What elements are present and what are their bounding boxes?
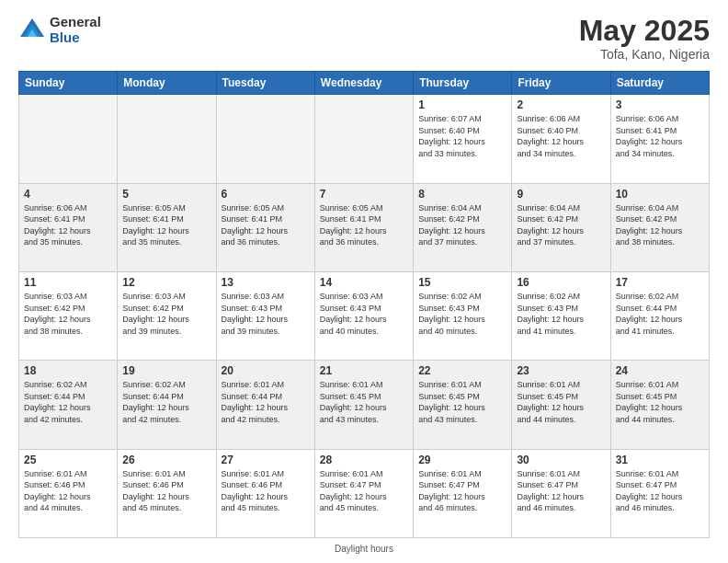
day-number: 17 bbox=[616, 276, 704, 289]
table-row bbox=[314, 95, 413, 183]
logo-general-text: General bbox=[50, 15, 101, 30]
table-row: 17Sunrise: 6:02 AM Sunset: 6:44 PM Dayli… bbox=[610, 271, 709, 360]
day-info: Sunrise: 6:03 AM Sunset: 6:43 PM Dayligh… bbox=[320, 291, 408, 337]
day-info: Sunrise: 6:02 AM Sunset: 6:44 PM Dayligh… bbox=[24, 379, 112, 425]
day-info: Sunrise: 6:01 AM Sunset: 6:45 PM Dayligh… bbox=[320, 379, 408, 425]
col-tuesday: Tuesday bbox=[216, 72, 314, 95]
col-thursday: Thursday bbox=[414, 72, 512, 95]
day-number: 31 bbox=[616, 454, 704, 466]
calendar-week-row: 1Sunrise: 6:07 AM Sunset: 6:40 PM Daylig… bbox=[19, 95, 710, 183]
table-row: 16Sunrise: 6:02 AM Sunset: 6:43 PM Dayli… bbox=[512, 271, 610, 360]
day-info: Sunrise: 6:06 AM Sunset: 6:40 PM Dayligh… bbox=[517, 113, 605, 159]
day-info: Sunrise: 6:03 AM Sunset: 6:42 PM Dayligh… bbox=[122, 291, 210, 337]
day-number: 19 bbox=[122, 364, 210, 377]
calendar-week-row: 25Sunrise: 6:01 AM Sunset: 6:46 PM Dayli… bbox=[19, 449, 710, 537]
table-row: 24Sunrise: 6:01 AM Sunset: 6:45 PM Dayli… bbox=[610, 361, 709, 449]
day-number: 28 bbox=[320, 454, 408, 466]
col-monday: Monday bbox=[118, 72, 216, 95]
day-info: Sunrise: 6:01 AM Sunset: 6:47 PM Dayligh… bbox=[418, 468, 506, 514]
table-row: 14Sunrise: 6:03 AM Sunset: 6:43 PM Dayli… bbox=[314, 271, 413, 360]
day-info: Sunrise: 6:02 AM Sunset: 6:43 PM Dayligh… bbox=[517, 291, 605, 337]
day-info: Sunrise: 6:04 AM Sunset: 6:42 PM Dayligh… bbox=[616, 202, 704, 248]
table-row: 20Sunrise: 6:01 AM Sunset: 6:44 PM Dayli… bbox=[216, 361, 314, 449]
logo-blue-text: Blue bbox=[50, 30, 101, 46]
day-number: 8 bbox=[418, 188, 506, 201]
table-row: 27Sunrise: 6:01 AM Sunset: 6:46 PM Dayli… bbox=[216, 449, 314, 537]
logo: General Blue bbox=[18, 15, 101, 45]
table-row: 11Sunrise: 6:03 AM Sunset: 6:42 PM Dayli… bbox=[19, 271, 118, 360]
calendar-week-row: 11Sunrise: 6:03 AM Sunset: 6:42 PM Dayli… bbox=[19, 271, 710, 360]
logo-text: General Blue bbox=[50, 15, 101, 45]
day-number: 1 bbox=[418, 98, 506, 111]
table-row: 1Sunrise: 6:07 AM Sunset: 6:40 PM Daylig… bbox=[414, 95, 512, 183]
table-row: 8Sunrise: 6:04 AM Sunset: 6:42 PM Daylig… bbox=[414, 183, 512, 271]
calendar-header-row: Sunday Monday Tuesday Wednesday Thursday… bbox=[19, 72, 710, 95]
day-info: Sunrise: 6:06 AM Sunset: 6:41 PM Dayligh… bbox=[616, 113, 704, 159]
day-info: Sunrise: 6:05 AM Sunset: 6:41 PM Dayligh… bbox=[122, 202, 210, 248]
day-number: 30 bbox=[517, 454, 605, 466]
calendar-footer: Daylight hours bbox=[18, 542, 710, 554]
table-row: 29Sunrise: 6:01 AM Sunset: 6:47 PM Dayli… bbox=[414, 449, 512, 537]
calendar-table: Sunday Monday Tuesday Wednesday Thursday… bbox=[18, 71, 710, 538]
day-number: 25 bbox=[24, 454, 112, 466]
day-number: 21 bbox=[320, 364, 408, 377]
day-number: 9 bbox=[517, 188, 605, 201]
table-row: 9Sunrise: 6:04 AM Sunset: 6:42 PM Daylig… bbox=[512, 183, 610, 271]
day-number: 12 bbox=[122, 276, 210, 289]
day-info: Sunrise: 6:01 AM Sunset: 6:45 PM Dayligh… bbox=[517, 379, 605, 425]
day-info: Sunrise: 6:01 AM Sunset: 6:44 PM Dayligh… bbox=[222, 379, 310, 425]
day-info: Sunrise: 6:02 AM Sunset: 6:44 PM Dayligh… bbox=[122, 379, 210, 425]
table-row: 18Sunrise: 6:02 AM Sunset: 6:44 PM Dayli… bbox=[19, 361, 118, 449]
table-row: 12Sunrise: 6:03 AM Sunset: 6:42 PM Dayli… bbox=[118, 271, 216, 360]
day-number: 18 bbox=[24, 364, 112, 377]
day-number: 20 bbox=[222, 364, 310, 377]
col-friday: Friday bbox=[512, 72, 610, 95]
day-number: 26 bbox=[122, 454, 210, 466]
table-row: 28Sunrise: 6:01 AM Sunset: 6:47 PM Dayli… bbox=[314, 449, 413, 537]
title-block: May 2025 Tofa, Kano, Nigeria bbox=[579, 15, 710, 62]
day-number: 11 bbox=[24, 276, 112, 289]
day-number: 6 bbox=[222, 188, 310, 201]
table-row: 13Sunrise: 6:03 AM Sunset: 6:43 PM Dayli… bbox=[216, 271, 314, 360]
table-row: 31Sunrise: 6:01 AM Sunset: 6:47 PM Dayli… bbox=[610, 449, 709, 537]
table-row: 7Sunrise: 6:05 AM Sunset: 6:41 PM Daylig… bbox=[314, 183, 413, 271]
logo-icon bbox=[18, 17, 46, 44]
day-info: Sunrise: 6:01 AM Sunset: 6:46 PM Dayligh… bbox=[222, 468, 310, 514]
table-row: 6Sunrise: 6:05 AM Sunset: 6:41 PM Daylig… bbox=[216, 183, 314, 271]
day-number: 13 bbox=[222, 276, 310, 289]
day-info: Sunrise: 6:01 AM Sunset: 6:47 PM Dayligh… bbox=[320, 468, 408, 514]
table-row: 3Sunrise: 6:06 AM Sunset: 6:41 PM Daylig… bbox=[610, 95, 709, 183]
day-number: 23 bbox=[517, 364, 605, 377]
day-info: Sunrise: 6:01 AM Sunset: 6:46 PM Dayligh… bbox=[122, 468, 210, 514]
table-row: 26Sunrise: 6:01 AM Sunset: 6:46 PM Dayli… bbox=[118, 449, 216, 537]
table-row: 23Sunrise: 6:01 AM Sunset: 6:45 PM Dayli… bbox=[512, 361, 610, 449]
day-info: Sunrise: 6:03 AM Sunset: 6:43 PM Dayligh… bbox=[222, 291, 310, 337]
day-number: 15 bbox=[418, 276, 506, 289]
day-info: Sunrise: 6:01 AM Sunset: 6:47 PM Dayligh… bbox=[616, 468, 704, 514]
day-number: 22 bbox=[418, 364, 506, 377]
day-info: Sunrise: 6:02 AM Sunset: 6:43 PM Dayligh… bbox=[418, 291, 506, 337]
day-number: 4 bbox=[24, 188, 112, 201]
day-number: 29 bbox=[418, 454, 506, 466]
day-info: Sunrise: 6:05 AM Sunset: 6:41 PM Dayligh… bbox=[222, 202, 310, 248]
table-row: 15Sunrise: 6:02 AM Sunset: 6:43 PM Dayli… bbox=[414, 271, 512, 360]
table-row: 25Sunrise: 6:01 AM Sunset: 6:46 PM Dayli… bbox=[19, 449, 118, 537]
day-info: Sunrise: 6:04 AM Sunset: 6:42 PM Dayligh… bbox=[517, 202, 605, 248]
calendar-title: May 2025 bbox=[579, 15, 710, 47]
table-row: 10Sunrise: 6:04 AM Sunset: 6:42 PM Dayli… bbox=[610, 183, 709, 271]
table-row: 21Sunrise: 6:01 AM Sunset: 6:45 PM Dayli… bbox=[314, 361, 413, 449]
day-info: Sunrise: 6:01 AM Sunset: 6:45 PM Dayligh… bbox=[616, 379, 704, 425]
day-number: 24 bbox=[616, 364, 704, 377]
calendar-subtitle: Tofa, Kano, Nigeria bbox=[579, 47, 710, 62]
day-info: Sunrise: 6:04 AM Sunset: 6:42 PM Dayligh… bbox=[418, 202, 506, 248]
day-number: 3 bbox=[616, 98, 704, 111]
table-row bbox=[118, 95, 216, 183]
table-row: 5Sunrise: 6:05 AM Sunset: 6:41 PM Daylig… bbox=[118, 183, 216, 271]
day-info: Sunrise: 6:03 AM Sunset: 6:42 PM Dayligh… bbox=[24, 291, 112, 337]
day-info: Sunrise: 6:01 AM Sunset: 6:45 PM Dayligh… bbox=[418, 379, 506, 425]
table-row: 22Sunrise: 6:01 AM Sunset: 6:45 PM Dayli… bbox=[414, 361, 512, 449]
day-number: 14 bbox=[320, 276, 408, 289]
table-row bbox=[19, 95, 118, 183]
col-sunday: Sunday bbox=[19, 72, 118, 95]
table-row: 2Sunrise: 6:06 AM Sunset: 6:40 PM Daylig… bbox=[512, 95, 610, 183]
